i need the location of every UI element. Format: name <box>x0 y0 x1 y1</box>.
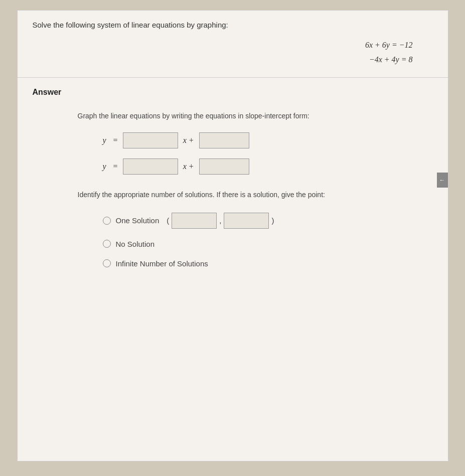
open-paren: ( <box>167 216 169 225</box>
y-label-2: y <box>103 162 106 171</box>
equation-2: −4x + 4y = 8 <box>33 53 413 67</box>
x-plus-1: x + <box>183 136 194 145</box>
point-inputs: ( , ) <box>167 213 274 229</box>
equation-input-row-2: y = x + <box>103 158 433 175</box>
slope-intercept-form: y = x + y = x + <box>33 132 433 175</box>
infinite-solution-radio[interactable] <box>103 259 111 267</box>
y-label-1: y <box>103 136 106 145</box>
intercept-input-1[interactable] <box>199 132 249 148</box>
equals-1: = <box>113 136 118 145</box>
no-solution-radio[interactable] <box>103 240 111 248</box>
close-paren: ) <box>271 216 274 225</box>
solutions-section: One Solution ( , ) No Solution Infinite … <box>33 213 433 268</box>
answer-label: Answer <box>33 88 433 97</box>
comma: , <box>219 216 221 225</box>
question-section: Solve the following system of linear equ… <box>18 11 448 78</box>
scroll-arrow[interactable]: ← <box>437 173 448 188</box>
slope-input-2[interactable] <box>123 158 178 175</box>
x-plus-2: x + <box>183 162 194 171</box>
equations-block: 6x + 6y = −12 −4x + 4y = 8 <box>33 38 433 67</box>
answer-section: Answer Graph the linear equations by wri… <box>18 78 448 283</box>
one-solution-label: One Solution <box>116 216 160 225</box>
point-y-input[interactable] <box>224 213 269 229</box>
equation-input-row-1: y = x + <box>103 132 433 148</box>
equation-1: 6x + 6y = −12 <box>33 38 413 53</box>
infinite-solution-label: Infinite Number of Solutions <box>116 259 208 268</box>
identify-text: Identify the appropriate number of solut… <box>33 190 433 200</box>
one-solution-radio[interactable] <box>103 217 111 225</box>
question-intro: Solve the following system of linear equ… <box>33 21 433 29</box>
instructions-text: Graph the linear equations by writing th… <box>33 112 433 120</box>
point-x-input[interactable] <box>172 213 217 229</box>
no-solution-row: No Solution <box>103 240 433 248</box>
no-solution-label: No Solution <box>116 240 155 248</box>
slope-input-1[interactable] <box>123 132 178 148</box>
infinite-solution-row: Infinite Number of Solutions <box>103 259 433 268</box>
equals-2: = <box>113 162 118 171</box>
one-solution-row: One Solution ( , ) <box>103 213 433 229</box>
intercept-input-2[interactable] <box>199 158 249 175</box>
page-container: Solve the following system of linear equ… <box>17 10 448 461</box>
